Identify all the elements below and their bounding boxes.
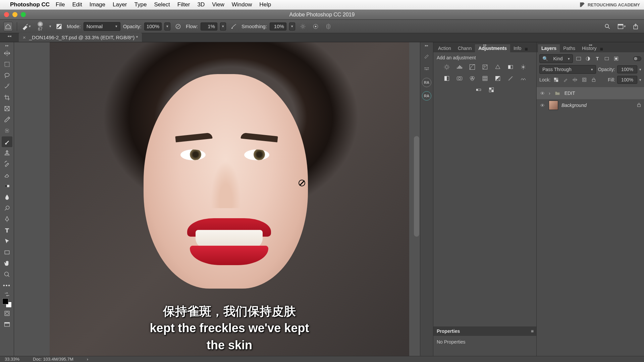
pressure-opacity-icon[interactable] xyxy=(173,22,183,31)
share-icon[interactable] xyxy=(631,22,641,31)
frame-tool[interactable] xyxy=(2,103,12,114)
properties-menu-icon[interactable]: ≡ xyxy=(531,328,534,334)
lock-artboard-icon[interactable] xyxy=(581,76,588,83)
ra-panel-icon-1[interactable]: RA xyxy=(422,78,431,87)
expand-group-icon[interactable]: › xyxy=(549,90,550,96)
tab-channels[interactable]: Chann xyxy=(454,44,475,52)
healing-brush-tool[interactable] xyxy=(2,125,12,136)
lock-transparency-icon[interactable] xyxy=(552,76,560,83)
zoom-level[interactable]: 33.33% xyxy=(5,357,19,362)
flow-dropdown[interactable]: ▾ xyxy=(220,22,226,31)
properties-panel-header[interactable]: Properties ≡ xyxy=(433,326,536,336)
tab-actions[interactable]: Action xyxy=(435,44,454,52)
search-icon[interactable] xyxy=(602,22,612,31)
smoothing-dropdown[interactable]: ▾ xyxy=(289,22,295,31)
posterize-icon[interactable] xyxy=(506,74,515,82)
edit-toolbar-icon[interactable]: ••• xyxy=(2,280,12,291)
lock-all-icon[interactable] xyxy=(590,76,597,83)
filter-shape-icon[interactable] xyxy=(603,55,610,62)
color-lookup-icon[interactable] xyxy=(480,74,490,82)
opacity-input[interactable]: 100% xyxy=(144,22,162,31)
layer-fill-input[interactable]: 100% xyxy=(617,76,637,84)
layer-group-edit[interactable]: › EDIT xyxy=(537,87,644,99)
brush-preset-icon[interactable]: ▾ xyxy=(21,22,31,31)
selective-color-icon[interactable] xyxy=(487,86,496,94)
menu-edit[interactable]: Edit xyxy=(72,1,82,8)
document-tab[interactable]: × _DON1496-2_ST.psd @ 33.3% (EDIT, RGB/8… xyxy=(19,33,142,42)
filter-smart-icon[interactable] xyxy=(612,55,620,62)
vibrance-icon[interactable] xyxy=(493,63,502,71)
close-window-button[interactable] xyxy=(4,12,9,17)
hand-tool[interactable] xyxy=(2,258,12,269)
filter-type-icon[interactable]: T xyxy=(594,55,601,62)
brightness-contrast-icon[interactable] xyxy=(442,63,451,71)
close-tab-icon[interactable]: × xyxy=(23,35,26,40)
marquee-tool[interactable] xyxy=(2,59,12,70)
collapse-tools-icon[interactable]: ▸▸ xyxy=(5,44,9,48)
color-balance-icon[interactable] xyxy=(519,63,528,71)
menu-image[interactable]: Image xyxy=(90,1,105,8)
curves-icon[interactable] xyxy=(468,63,477,71)
crop-tool[interactable] xyxy=(2,92,12,103)
history-brush-tool[interactable] xyxy=(2,159,12,169)
opacity-dropdown[interactable]: ▾ xyxy=(164,22,170,31)
status-menu-icon[interactable]: › xyxy=(87,357,88,362)
filter-pixel-icon[interactable] xyxy=(575,55,582,62)
layer-name[interactable]: Background xyxy=(561,103,587,108)
gradient-map-icon[interactable] xyxy=(474,86,483,94)
tab-adjustments[interactable]: Adjustments xyxy=(475,44,510,52)
menu-type[interactable]: Type xyxy=(135,1,147,8)
rectangle-tool[interactable] xyxy=(2,247,12,258)
exposure-icon[interactable] xyxy=(480,63,490,71)
hue-saturation-icon[interactable] xyxy=(506,63,515,71)
canvas-vertical-scrollbar[interactable] xyxy=(414,136,419,237)
home-button[interactable] xyxy=(3,22,13,31)
black-white-icon[interactable] xyxy=(442,74,451,82)
collapse-tabs-icon[interactable]: ◂◂ xyxy=(0,33,19,42)
symmetry-icon[interactable] xyxy=(323,22,333,31)
maximize-window-button[interactable] xyxy=(21,12,26,17)
lock-position-icon[interactable] xyxy=(571,76,579,83)
tab-layers[interactable]: Layers xyxy=(538,44,560,52)
workspace-switcher-icon[interactable]: ▾ xyxy=(616,22,627,31)
airbrush-icon[interactable] xyxy=(229,22,239,31)
layer-filter-kind[interactable]: 🔍Kind▾ xyxy=(539,54,573,63)
smoothing-input[interactable]: 10% xyxy=(270,22,286,31)
canvas-area[interactable]: 保持雀斑，我们保持皮肤 kept the freckles we've kept… xyxy=(14,42,420,356)
menu-select[interactable]: Select xyxy=(154,1,170,8)
ra-panel-icon-2[interactable]: RA xyxy=(422,91,431,101)
collapse-layers-icon[interactable]: ◂◂ xyxy=(589,43,592,47)
eyedropper-tool[interactable] xyxy=(2,114,12,125)
dodge-tool[interactable] xyxy=(2,203,12,214)
menu-view[interactable]: View xyxy=(212,1,224,8)
app-name[interactable]: Photoshop CC xyxy=(10,1,50,8)
lasso-tool[interactable] xyxy=(2,70,12,81)
menu-file[interactable]: File xyxy=(56,1,65,8)
panel-menu-icon[interactable]: ≡ xyxy=(525,46,528,52)
expand-dock-icon[interactable]: ▸▸ xyxy=(425,44,428,47)
menu-filter[interactable]: Filter xyxy=(177,1,190,8)
smoothing-options-icon[interactable] xyxy=(298,22,308,31)
minimize-window-button[interactable] xyxy=(12,12,17,17)
channel-mixer-icon[interactable] xyxy=(468,74,477,82)
magic-wand-tool[interactable] xyxy=(2,81,12,92)
filter-toggle[interactable] xyxy=(633,56,641,61)
swap-colors-icon[interactable] xyxy=(2,291,12,297)
type-tool[interactable] xyxy=(2,225,12,236)
screen-mode-icon[interactable] xyxy=(2,319,12,330)
layers-menu-icon[interactable]: ≡ xyxy=(600,46,603,52)
visibility-icon[interactable] xyxy=(539,103,545,108)
tab-info[interactable]: Info xyxy=(510,44,525,52)
lock-pixels-icon[interactable] xyxy=(562,76,569,83)
visibility-icon[interactable] xyxy=(539,91,545,96)
quick-mask-icon[interactable] xyxy=(2,308,12,319)
brush-preview[interactable]: 67 xyxy=(34,21,47,32)
brush-settings-icon[interactable] xyxy=(54,22,64,31)
menu-3d[interactable]: 3D xyxy=(197,1,205,8)
eraser-tool[interactable] xyxy=(2,170,12,180)
brush-angle-icon[interactable] xyxy=(311,22,321,31)
gradient-tool[interactable] xyxy=(2,181,12,191)
flow-input[interactable]: 1% xyxy=(201,22,217,31)
levels-icon[interactable] xyxy=(455,63,464,71)
path-selection-tool[interactable] xyxy=(2,236,12,247)
